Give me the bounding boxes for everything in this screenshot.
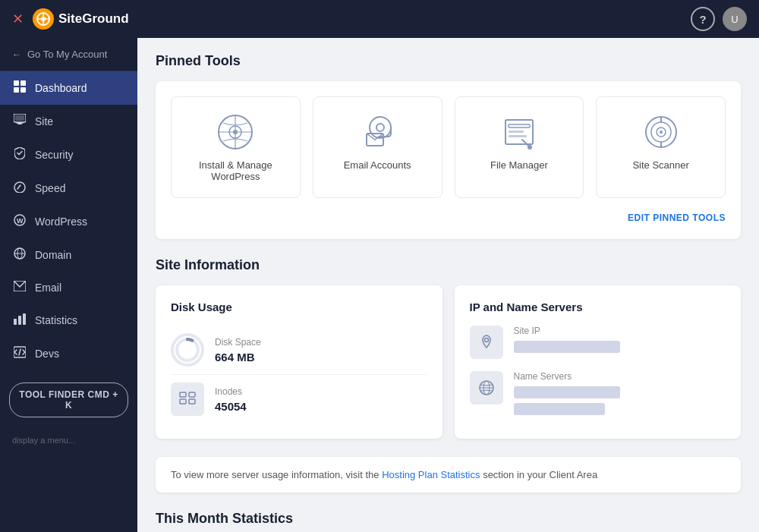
wordpress-tool-icon [184, 112, 288, 152]
topbar-right: ? U [691, 7, 747, 31]
logo-icon [33, 8, 54, 30]
sidebar-item-label: Security [35, 149, 74, 161]
svg-point-13 [20, 185, 21, 187]
logo-text: SiteGround [58, 11, 129, 27]
svg-rect-10 [15, 115, 24, 121]
edit-pinned-link[interactable]: EDIT PINNED TOOLS [628, 212, 726, 223]
dashboard-icon [12, 80, 27, 96]
svg-point-29 [376, 124, 384, 131]
info-text-section: To view more server usage information, v… [156, 457, 741, 493]
svg-rect-32 [509, 124, 530, 127]
svg-point-43 [177, 339, 198, 360]
topbar-left: ✕ SiteGround [12, 8, 129, 30]
site-information-section: Site Information Disk Usage Disk Sp [156, 257, 741, 439]
site-information-title: Site Information [156, 257, 741, 273]
site-ip-icon [470, 326, 503, 359]
name-servers-icon [470, 371, 503, 405]
inodes-info: Inodes 45054 [215, 386, 247, 413]
sidebar-item-dashboard[interactable]: Dashboard [0, 71, 137, 105]
sidebar-item-statistics[interactable]: Statistics [0, 304, 137, 337]
back-label: Go To My Account [27, 49, 107, 60]
disk-space-value: 664 MB [215, 351, 261, 364]
disk-space-info: Disk Space 664 MB [215, 337, 261, 364]
speed-icon [12, 181, 27, 196]
svg-point-28 [370, 117, 391, 138]
hosting-plan-link[interactable]: Hosting Plan Statistics [382, 469, 480, 480]
sidebar-item-label: Site [35, 115, 53, 127]
svg-text:W: W [17, 217, 24, 225]
sidebar-item-site[interactable]: Site [0, 105, 137, 138]
disk-space-label: Disk Space [215, 337, 261, 348]
svg-rect-12 [16, 122, 24, 124]
site-icon [12, 114, 27, 129]
svg-rect-7 [14, 87, 19, 93]
site-scanner-tool-name: Site Scanner [609, 159, 713, 171]
sidebar-item-label: Email [35, 282, 61, 294]
inodes-label: Inodes [215, 386, 247, 397]
sidebar-item-devs[interactable]: Devs [0, 337, 137, 370]
close-button[interactable]: ✕ [12, 12, 24, 26]
topbar: ✕ SiteGround ? U [0, 0, 759, 38]
svg-rect-6 [20, 80, 26, 86]
help-button[interactable]: ? [691, 7, 715, 31]
disk-usage-card: Disk Usage Disk Space 664 MB [156, 285, 442, 439]
sidebar-item-label: Domain [35, 249, 71, 261]
wordpress-icon: W [12, 214, 27, 229]
email-tool-name: Email Accounts [326, 159, 430, 171]
domain-icon [12, 247, 27, 263]
tool-card-file-manager[interactable]: File Manager [455, 96, 584, 198]
svg-rect-20 [14, 319, 17, 325]
sidebar-item-domain[interactable]: Domain [0, 238, 137, 272]
inodes-value: 45054 [215, 400, 247, 413]
pinned-tools-card: Install & Manage WordPress [156, 81, 741, 239]
info-text-before: To view more server usage information, v… [171, 469, 382, 480]
name-server-bars [514, 386, 620, 415]
sidebar: ← Go To My Account Dashboard Site Securi… [0, 38, 137, 532]
main-content: Pinned Tools [137, 38, 759, 532]
pinned-tools-section: Pinned Tools [156, 53, 741, 239]
disk-space-chart [171, 333, 204, 367]
avatar: U [723, 7, 747, 31]
tool-card-email[interactable]: Email Accounts [313, 96, 442, 198]
svg-rect-45 [180, 392, 186, 397]
svg-point-49 [484, 338, 488, 342]
email-tool-icon [326, 112, 430, 152]
statistics-icon [12, 313, 27, 328]
sidebar-item-label: Dashboard [35, 82, 87, 94]
svg-rect-34 [509, 135, 527, 137]
svg-rect-5 [14, 80, 19, 86]
tool-finder-button[interactable]: TOOL FINDER CMD + K [9, 382, 128, 417]
svg-point-36 [528, 145, 532, 150]
site-scanner-tool-icon [609, 112, 713, 152]
this-month-stats-section: This Month Statistics Unique Visitors - … [156, 511, 741, 532]
info-text-after: section in your Client Area [480, 469, 598, 480]
sidebar-item-label: Speed [35, 182, 65, 194]
name-servers-section: Name Servers [470, 371, 726, 415]
email-icon [12, 281, 27, 294]
svg-rect-48 [189, 399, 195, 404]
sidebar-footer: display a menu... [0, 430, 137, 451]
site-info-grid: Disk Usage Disk Space 664 MB [156, 285, 741, 439]
back-arrow-icon: ← [12, 49, 21, 60]
logo: SiteGround [33, 8, 129, 30]
disk-space-item: Disk Space 664 MB [171, 326, 427, 375]
svg-rect-21 [18, 316, 21, 325]
site-ip-content: Site IP [514, 326, 620, 353]
svg-rect-33 [509, 131, 524, 133]
sidebar-item-label: Devs [35, 348, 59, 360]
sidebar-item-speed[interactable]: Speed [0, 172, 137, 205]
tool-card-wordpress[interactable]: Install & Manage WordPress [171, 96, 301, 198]
file-manager-tool-name: File Manager [468, 159, 572, 171]
wordpress-tool-name: Install & Manage WordPress [184, 159, 288, 182]
name-servers-content: Name Servers [514, 371, 620, 415]
security-icon [12, 147, 27, 162]
site-ip-label: Site IP [514, 326, 620, 336]
tool-card-site-scanner[interactable]: Site Scanner [596, 96, 726, 198]
sidebar-item-security[interactable]: Security [0, 138, 137, 172]
pinned-tools-grid: Install & Manage WordPress [171, 96, 726, 198]
sidebar-back-link[interactable]: ← Go To My Account [0, 38, 137, 71]
sidebar-item-email[interactable]: Email [0, 272, 137, 304]
sidebar-item-wordpress[interactable]: W WordPress [0, 205, 137, 238]
file-manager-tool-icon [468, 112, 572, 152]
svg-point-40 [660, 131, 663, 134]
